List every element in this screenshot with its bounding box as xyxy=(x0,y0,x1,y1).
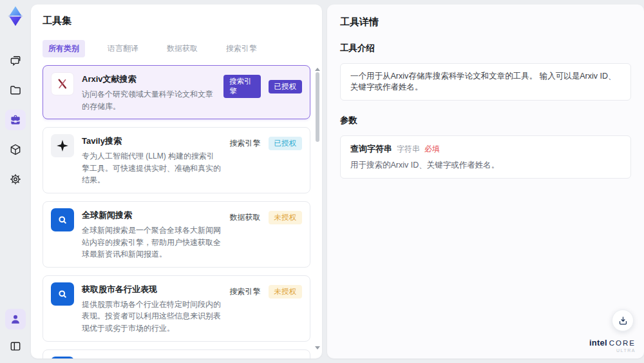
tool-name: Tavily搜索 xyxy=(82,135,222,147)
tool-card[interactable]: Arxiv文献搜索 访问各个研究领域大量科学论文和文章的存储库。 搜索引擎 已授… xyxy=(43,65,310,119)
tool-category-tag: 搜索引擎 xyxy=(230,286,261,297)
folder-icon[interactable] xyxy=(5,80,26,101)
rail-bottom xyxy=(5,309,26,357)
download-button[interactable] xyxy=(612,309,634,331)
tool-description: 提供股票市场各个行业在特定时间段内的表现。投资者可以利用这些信息来识别表现优于或… xyxy=(82,299,222,335)
tool-name: 获取市场最活跃股票信息 xyxy=(82,358,222,358)
core-wordmark: CORE xyxy=(609,339,636,347)
param-type: 字符串 xyxy=(397,144,420,155)
tool-list-panel: 工具集 所有类别 语言翻译 数据获取 搜索引擎 Arxiv文献搜索 访问各个研究… xyxy=(31,5,322,358)
tool-list: Arxiv文献搜索 访问各个研究领域大量科学论文和文章的存储库。 搜索引擎 已授… xyxy=(43,65,310,358)
ultra-label: ULTRA xyxy=(589,348,636,353)
scroll-up-icon[interactable] xyxy=(315,68,320,71)
tool-card[interactable]: 获取股市各行业表现 提供股票市场各个行业在特定时间段内的表现。投资者可以利用这些… xyxy=(43,275,310,342)
tool-description: 全球新闻搜索是一个聚合全球各大新闻网站内容的搜索引擎，帮助用户快速获取全球最新资… xyxy=(82,224,222,260)
cube-icon[interactable] xyxy=(5,139,26,160)
tool-card[interactable]: Tavily搜索 专为人工智能代理 (LLM) 构建的搜索引擎工具。可快速提供实… xyxy=(43,127,310,193)
tool-tags: 数据获取 未授权 xyxy=(230,208,303,224)
tool-tags: 搜索引擎 已授权 xyxy=(230,134,303,150)
tool-name: 全球新闻搜索 xyxy=(82,210,222,221)
app-logo-icon xyxy=(5,5,26,28)
param-box: 查询字符串 字符串 必填 用于搜索的Arxiv ID、关键字或作者姓名。 xyxy=(340,135,631,179)
params-heading: 参数 xyxy=(340,115,631,126)
scrollbar-thumb[interactable] xyxy=(316,72,319,142)
app-root: 工具集 所有类别 语言翻译 数据获取 搜索引擎 Arxiv文献搜索 访问各个研究… xyxy=(0,0,644,363)
param-name: 查询字符串 xyxy=(350,143,392,155)
category-tabs: 所有类别 语言翻译 数据获取 搜索引擎 xyxy=(43,40,322,57)
page-title: 工具集 xyxy=(43,15,322,27)
tool-auth-badge: 已授权 xyxy=(269,137,303,150)
param-required-badge: 必填 xyxy=(424,144,440,155)
tool-tags: 搜索引擎 已授权 xyxy=(223,72,302,98)
param-description: 用于搜索的Arxiv ID、关键字或作者姓名。 xyxy=(350,160,621,171)
tool-auth-badge: 未授权 xyxy=(269,285,303,299)
toolbox-icon[interactable] xyxy=(5,110,26,130)
tool-auth-badge: 未授权 xyxy=(269,211,303,224)
scroll-down-icon[interactable] xyxy=(315,346,320,349)
blue-q-icon xyxy=(51,282,74,306)
tool-description: 专为人工智能代理 (LLM) 构建的搜索引擎工具。可快速提供实时、准确和真实的结… xyxy=(82,150,222,186)
tool-category-tag: 搜索引擎 xyxy=(223,75,260,98)
chat-icon[interactable] xyxy=(5,50,26,71)
settings-icon[interactable] xyxy=(5,169,26,190)
intro-text: 一个用于从Arxiv存储库搜索科学论文和文章的工具。 输入可以是Arxiv ID… xyxy=(350,71,621,93)
intel-core-logo: intelCORE ULTRA xyxy=(589,337,636,353)
tool-name: Arxiv文献搜索 xyxy=(82,74,216,85)
category-tab[interactable]: 搜索引擎 xyxy=(220,40,263,57)
category-tab[interactable]: 数据获取 xyxy=(161,40,204,57)
intro-box: 一个用于从Arxiv存储库搜索科学论文和文章的工具。 输入可以是Arxiv ID… xyxy=(340,63,631,101)
tool-description: 访问各个研究领域大量科学论文和文章的存储库。 xyxy=(82,88,216,112)
blue-q-icon xyxy=(51,357,74,358)
user-icon[interactable] xyxy=(5,309,26,329)
panel-toggle-icon[interactable] xyxy=(5,336,26,357)
detail-title: 工具详情 xyxy=(340,16,631,28)
arxiv-icon xyxy=(51,72,74,95)
tool-category-tag: 搜索引擎 xyxy=(230,138,261,149)
tool-card[interactable]: 获取市场最活跃股票信息 提供当天交易量最高的股票列表，投资者可以利用这些信息来识… xyxy=(43,349,310,358)
param-header: 查询字符串 字符串 必填 xyxy=(350,143,621,155)
intro-heading: 工具介绍 xyxy=(340,43,631,54)
tool-detail-panel: 工具详情 工具介绍 一个用于从Arxiv存储库搜索科学论文和文章的工具。 输入可… xyxy=(327,5,644,358)
tool-tags: 搜索引擎 未授权 xyxy=(230,357,303,358)
tool-auth-badge: 已授权 xyxy=(269,80,303,93)
intel-wordmark: intel xyxy=(589,338,607,348)
download-icon xyxy=(618,315,629,326)
rail-icons xyxy=(5,50,26,190)
tool-list-wrap: Arxiv文献搜索 访问各个研究领域大量科学论文和文章的存储库。 搜索引擎 已授… xyxy=(43,65,322,358)
tool-card[interactable]: 全球新闻搜索 全球新闻搜索是一个聚合全球各大新闻网站内容的搜索引擎，帮助用户快速… xyxy=(43,201,310,268)
tool-tags: 搜索引擎 未授权 xyxy=(230,282,303,299)
blue-q-icon xyxy=(51,208,74,231)
category-tab[interactable]: 语言翻译 xyxy=(102,40,144,57)
category-tab[interactable]: 所有类别 xyxy=(43,40,85,57)
left-rail xyxy=(0,0,31,363)
tavily-icon xyxy=(51,134,74,157)
tool-category-tag: 数据获取 xyxy=(230,212,261,223)
scrollbar[interactable] xyxy=(314,66,321,351)
tool-name: 获取股市各行业表现 xyxy=(82,284,222,295)
